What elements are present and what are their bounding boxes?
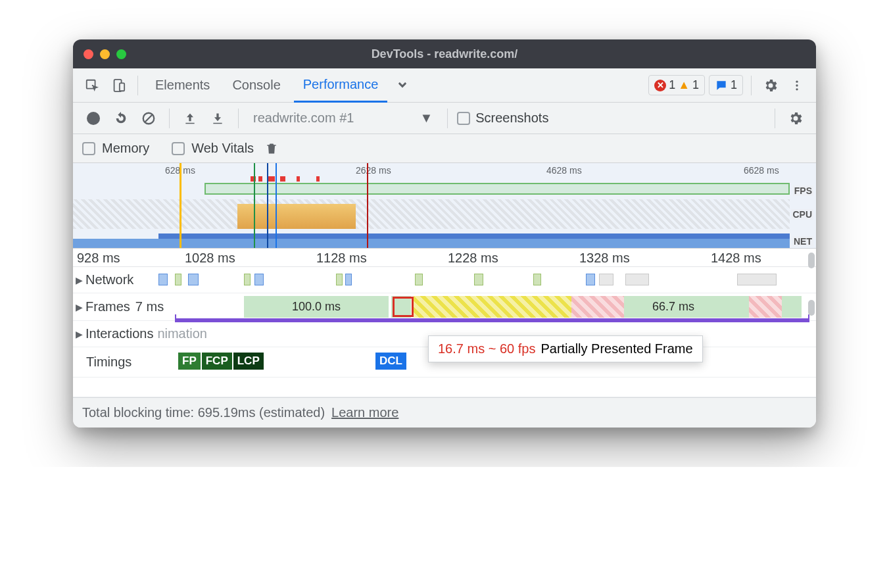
performance-toolbar-2: Memory Web Vitals bbox=[73, 134, 816, 163]
track-network-label: Network bbox=[85, 272, 137, 287]
garbage-collect-icon[interactable] bbox=[260, 137, 283, 160]
ruler-tick: 1228 ms bbox=[448, 251, 498, 266]
frame-block[interactable] bbox=[723, 296, 749, 318]
overview-tick: 4628 ms bbox=[546, 165, 582, 176]
expand-icon[interactable]: ▶ bbox=[76, 275, 83, 285]
frame-tooltip: 16.7 ms ~ 60 fps Partially Presented Fra… bbox=[428, 335, 703, 362]
inspect-icon[interactable] bbox=[81, 74, 103, 97]
tab-console[interactable]: Console bbox=[223, 68, 289, 103]
minimize-window-button[interactable] bbox=[100, 49, 110, 59]
tooltip-description: Partially Presented Frame bbox=[541, 341, 692, 356]
screenshots-label: Screenshots bbox=[475, 110, 548, 126]
warning-icon: ▲ bbox=[678, 78, 690, 92]
tab-elements[interactable]: Elements bbox=[146, 68, 219, 103]
tooltip-timing: 16.7 ms ~ 60 fps bbox=[438, 341, 535, 356]
messages-pill[interactable]: 1 bbox=[709, 75, 743, 95]
message-count: 1 bbox=[731, 78, 737, 92]
close-window-button[interactable] bbox=[84, 49, 93, 59]
reload-record-button[interactable] bbox=[110, 107, 132, 130]
memory-label: Memory bbox=[102, 141, 149, 156]
web-vitals-checkbox[interactable] bbox=[172, 142, 185, 155]
selected-frame-highlight bbox=[393, 297, 414, 317]
track-network[interactable]: ▶ Network bbox=[73, 267, 816, 293]
capture-settings-icon[interactable] bbox=[784, 107, 807, 130]
error-count: 1 bbox=[669, 78, 675, 92]
scrollbar-thumb[interactable] bbox=[808, 253, 815, 268]
frame-block[interactable]: 66.7 ms bbox=[624, 296, 723, 318]
timing-badge-lcp[interactable]: LCP bbox=[233, 353, 264, 370]
ruler-tick: 1128 ms bbox=[316, 251, 367, 266]
message-icon bbox=[715, 79, 728, 92]
kebab-menu-icon[interactable] bbox=[786, 74, 808, 97]
track-frames-label: Frames bbox=[85, 299, 134, 314]
frame-block-partial[interactable] bbox=[414, 296, 571, 318]
ruler-tick: 1428 ms bbox=[711, 251, 761, 266]
window-controls bbox=[84, 49, 126, 59]
overview-tick: 2628 ms bbox=[356, 165, 391, 176]
scrollbar-thumb[interactable] bbox=[808, 300, 815, 316]
tab-performance[interactable]: Performance bbox=[294, 68, 388, 103]
ruler-tick: 928 ms bbox=[77, 251, 120, 266]
performance-toolbar: readwrite.com #1 ▼ Screenshots bbox=[73, 103, 816, 134]
device-toggle-icon[interactable] bbox=[107, 74, 130, 97]
maximize-window-button[interactable] bbox=[116, 49, 126, 59]
total-blocking-time: Total blocking time: 695.19ms (estimated… bbox=[82, 405, 325, 420]
timing-badge-fcp[interactable]: FCP bbox=[202, 353, 232, 370]
track-timings-label: Timings bbox=[86, 355, 135, 370]
main-tabs-row: Elements Console Performance ✕ 1 ▲ 1 1 bbox=[73, 68, 816, 103]
settings-icon[interactable] bbox=[759, 74, 782, 97]
more-tabs-icon[interactable] bbox=[391, 74, 414, 97]
clear-button[interactable] bbox=[137, 107, 160, 130]
timing-badge-fp[interactable]: FP bbox=[178, 353, 201, 370]
learn-more-link[interactable]: Learn more bbox=[331, 405, 398, 420]
error-icon: ✕ bbox=[654, 80, 666, 91]
svg-point-5 bbox=[796, 88, 798, 90]
page-selector-value: readwrite.com #1 bbox=[253, 110, 354, 126]
ruler-tick: 1328 ms bbox=[579, 251, 630, 266]
frame-duration-first: 7 ms bbox=[135, 299, 168, 314]
frame-duration: 66.7 ms bbox=[652, 300, 694, 314]
load-profile-icon[interactable] bbox=[179, 107, 201, 130]
frame-block[interactable] bbox=[782, 296, 802, 318]
track-interactions-label: Interactions bbox=[85, 326, 157, 341]
dropdown-caret-icon: ▼ bbox=[420, 110, 433, 126]
svg-point-3 bbox=[796, 80, 798, 82]
frame-duration: 100.0 ms bbox=[292, 300, 341, 314]
overview-fps-track bbox=[204, 183, 790, 195]
footer-status-bar: Total blocking time: 695.19ms (estimated… bbox=[73, 397, 816, 428]
overview-row-label-net: NET bbox=[792, 236, 813, 247]
track-frames[interactable]: ▶ Frames 7 ms 100.0 ms 66.7 ms bbox=[73, 293, 816, 321]
frame-block-dropped[interactable] bbox=[571, 296, 624, 318]
devtools-window: DevTools - readwrite.com/ Elements Conso… bbox=[73, 39, 816, 428]
flame-chart-area[interactable]: 928 ms 1028 ms 1128 ms 1228 ms 1328 ms 1… bbox=[73, 249, 816, 397]
overview-row-label-fps: FPS bbox=[793, 185, 813, 196]
issues-pill[interactable]: ✕ 1 ▲ 1 bbox=[648, 75, 705, 95]
overview-selection-handle[interactable] bbox=[180, 163, 181, 248]
warning-count: 1 bbox=[692, 78, 699, 92]
page-selector-dropdown[interactable]: readwrite.com #1 ▼ bbox=[248, 110, 438, 126]
overview-row-label-cpu: CPU bbox=[791, 209, 813, 220]
interactions-hint: nimation bbox=[157, 326, 211, 341]
overview-timeline[interactable]: 628 ms 2628 ms 4628 ms 6628 ms FPS CPU N… bbox=[73, 163, 816, 249]
svg-rect-2 bbox=[120, 83, 124, 91]
memory-checkbox[interactable] bbox=[82, 142, 95, 155]
screenshots-checkbox[interactable] bbox=[457, 112, 470, 125]
expand-icon[interactable]: ▶ bbox=[76, 329, 83, 339]
ruler-tick: 1028 ms bbox=[185, 251, 235, 266]
web-vitals-label: Web Vitals bbox=[191, 141, 254, 156]
record-button[interactable] bbox=[82, 107, 105, 130]
window-title: DevTools - readwrite.com/ bbox=[73, 47, 816, 61]
titlebar: DevTools - readwrite.com/ bbox=[73, 39, 816, 68]
svg-point-4 bbox=[796, 84, 798, 86]
overview-tick: 6628 ms bbox=[744, 165, 779, 176]
frame-block[interactable]: 100.0 ms bbox=[244, 296, 389, 318]
frame-block-dropped[interactable] bbox=[749, 296, 782, 318]
timing-badge-dcl[interactable]: DCL bbox=[375, 353, 406, 370]
detail-ruler: 928 ms 1028 ms 1128 ms 1228 ms 1328 ms 1… bbox=[73, 249, 816, 267]
save-profile-icon[interactable] bbox=[206, 107, 229, 130]
